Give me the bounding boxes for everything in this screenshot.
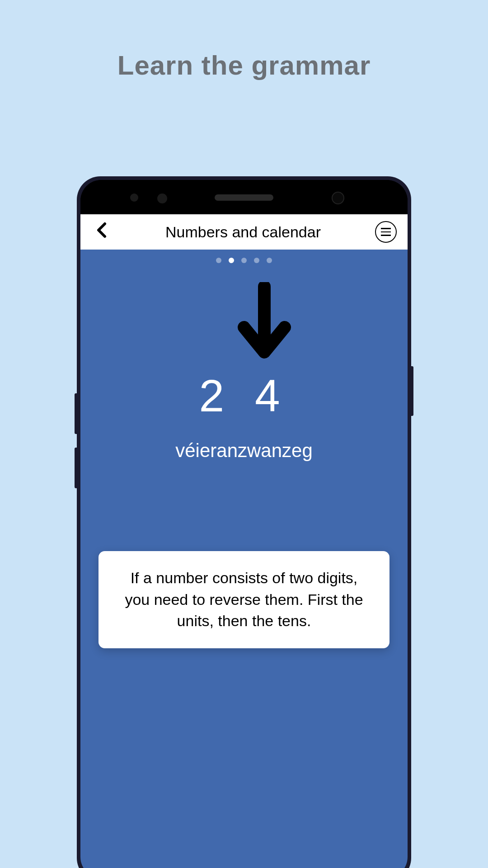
phone-side-button: [411, 366, 413, 416]
phone-sensor: [130, 193, 138, 202]
phone-inner: Numbers and calendar: [80, 180, 408, 868]
explanation-card: If a number consists of two digits, you …: [99, 551, 389, 648]
hamburger-icon: [381, 231, 391, 233]
phone-frame: Numbers and calendar: [77, 176, 411, 868]
phone-speaker: [215, 194, 273, 201]
page-dot[interactable]: [267, 258, 272, 263]
hamburger-icon: [381, 228, 391, 229]
chevron-left-icon: [96, 222, 107, 238]
menu-button[interactable]: [375, 221, 397, 243]
phone-sensor: [157, 193, 167, 203]
phone-camera: [332, 192, 344, 204]
content-area: 2 4 véieranzwanzeg: [80, 263, 408, 462]
app-screen: Numbers and calendar: [80, 214, 408, 868]
explanation-text: If a number consists of two digits, you …: [117, 567, 371, 632]
back-button[interactable]: [91, 219, 111, 245]
hamburger-icon: [381, 235, 391, 236]
phone-volume-down: [75, 448, 77, 488]
page-dot[interactable]: [241, 258, 247, 263]
phone-notch: [80, 180, 408, 214]
pagination-dots[interactable]: [80, 250, 408, 263]
page-dot-active[interactable]: [229, 258, 234, 263]
page-dot[interactable]: [216, 258, 221, 263]
page-dot[interactable]: [254, 258, 259, 263]
number-display: 2 4: [80, 370, 408, 422]
phone-volume-up: [75, 393, 77, 434]
header-bar: Numbers and calendar: [80, 214, 408, 250]
header-title: Numbers and calendar: [111, 223, 375, 241]
arrow-down-icon: [233, 282, 296, 361]
word-display: véieranzwanzeg: [80, 440, 408, 462]
promo-heading: Learn the grammar: [0, 50, 488, 81]
